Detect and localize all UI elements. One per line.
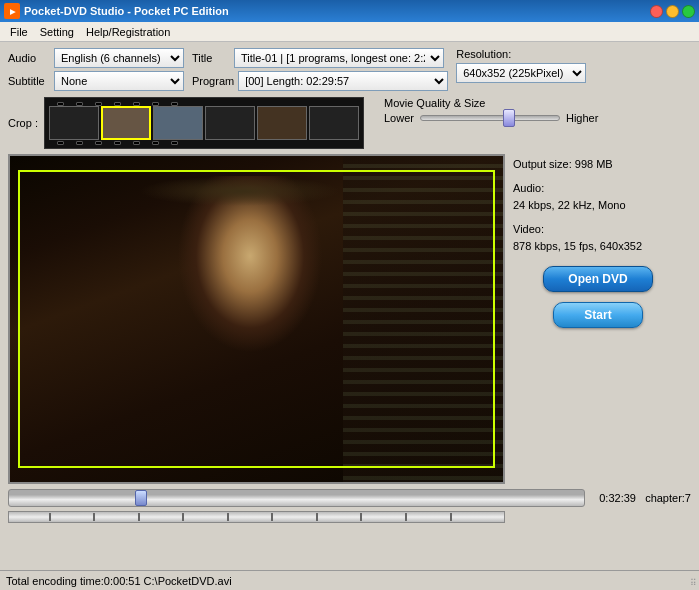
menu-file[interactable]: File [4,24,34,40]
audio-line: Audio English (6 channels) [8,48,184,68]
program-line: Program [00] Length: 02:29:57 [192,71,448,91]
chapter-mark-5 [227,513,229,521]
title-select[interactable]: Title-01 | [1 programs, longest one: 2:2… [234,48,444,68]
chapter-mark-9 [405,513,407,521]
filmstrip [44,97,364,149]
title-label: Title [192,52,230,64]
sprocket-hole [152,141,159,145]
lower-label: Lower [384,112,414,124]
main-content: Audio English (6 channels) Subtitle None… [0,42,699,529]
chapter-mark-3 [138,513,140,521]
seek-bar[interactable] [8,489,585,507]
film-frame-3[interactable] [153,106,203,140]
chapter-mark-4 [182,513,184,521]
title-line: Title Title-01 | [1 programs, longest on… [192,48,448,68]
crop-label: Crop : [8,117,38,129]
film-frame-5[interactable] [257,106,307,140]
chapter-mark-7 [316,513,318,521]
sprocket-hole [152,102,159,106]
sprocket-hole [57,141,64,145]
window-title: Pocket-DVD Studio - Pocket PC Edition [24,5,650,17]
audio-subtitle-group: Audio English (6 channels) Subtitle None [8,48,184,91]
audio-info-label: Audio: [513,180,683,198]
title-program-group: Title Title-01 | [1 programs, longest on… [192,48,448,91]
subtitle-line: Subtitle None [8,71,184,91]
close-button[interactable] [650,5,663,18]
video-content [10,156,503,482]
resolution-label: Resolution: [456,48,516,60]
video-info-label: Video: [513,221,683,239]
sprocket-hole [57,102,64,106]
resize-grip[interactable]: ⠿ [690,578,697,588]
audio-select[interactable]: English (6 channels) [54,48,184,68]
menu-setting[interactable]: Setting [34,24,80,40]
program-label: Program [192,75,234,87]
crop-section: Crop : [8,97,364,149]
chapter-bar[interactable] [8,511,505,523]
chapter-mark-6 [271,513,273,521]
crop-quality-row: Crop : [8,97,691,149]
info-panel: Output size: 998 MB Audio: 24 kbps, 22 k… [513,154,683,484]
output-size-value: 998 MB [575,158,613,170]
film-frame-6[interactable] [309,106,359,140]
video-frame [8,154,505,484]
sprocket-hole [114,141,121,145]
app-icon: ▶ [4,3,20,19]
program-select[interactable]: [00] Length: 02:29:57 [238,71,448,91]
menu-bar: File Setting Help/Registration [0,22,699,42]
quality-section: Movie Quality & Size Lower Higher [384,97,598,124]
audio-label: Audio [8,52,50,64]
menu-help[interactable]: Help/Registration [80,24,176,40]
chapter-mark-2 [93,513,95,521]
output-size-label: Output size: [513,158,572,170]
film-frames [49,106,359,140]
sprocket-hole [171,141,178,145]
chapter-mark-1 [49,513,51,521]
maximize-button[interactable] [682,5,695,18]
resolution-select[interactable]: 640x352 (225kPixel) [456,63,586,83]
window-controls [650,5,695,18]
film-frame-1[interactable] [49,106,99,140]
film-frame-4[interactable] [205,106,255,140]
audio-info-group: Audio: 24 kbps, 22 kHz, Mono [513,180,683,215]
subtitle-label: Subtitle [8,75,50,87]
start-button[interactable]: Start [553,302,643,328]
sprocket-hole [76,102,83,106]
resolution-select-line: 640x352 (225kPixel) [456,63,586,83]
sprocket-bottom [49,140,359,145]
chapter-mark-8 [360,513,362,521]
quality-label: Movie Quality & Size [384,97,598,109]
resolution-group: Resolution: 640x352 (225kPixel) [456,48,586,83]
controls-row: Audio English (6 channels) Subtitle None… [8,48,691,91]
video-info-group: Video: 878 kbps, 15 fps, 640x352 [513,221,683,256]
subtitle-select[interactable]: None [54,71,184,91]
video-inner [10,156,503,482]
sprocket-hole [76,141,83,145]
video-info-wrapper: Output size: 998 MB Audio: 24 kbps, 22 k… [8,154,691,484]
status-text: Total encoding time:0:00:51 C:\PocketDVD… [6,575,232,587]
sprocket-hole [95,141,102,145]
sprocket-hole [133,102,140,106]
higher-label: Higher [566,112,598,124]
seek-row: 0:32:39 chapter:7 [8,489,691,507]
sprocket-hole [95,102,102,106]
seek-time: 0:32:39 chapter:7 [591,492,691,504]
slider-row: Lower Higher [384,112,598,124]
open-dvd-button[interactable]: Open DVD [543,266,653,292]
film-frame-2[interactable] [101,106,151,140]
chapter-mark-10 [450,513,452,521]
title-bar: ▶ Pocket-DVD Studio - Pocket PC Edition [0,0,699,22]
minimize-button[interactable] [666,5,679,18]
sprocket-hole [114,102,121,106]
audio-info-value: 24 kbps, 22 kHz, Mono [513,197,683,215]
chapter-row [8,509,691,523]
resolution-line: Resolution: [456,48,586,60]
seek-thumb[interactable] [135,490,147,506]
status-bar: Total encoding time:0:00:51 C:\PocketDVD… [0,570,699,590]
sprocket-hole [133,141,140,145]
sprocket-hole [171,102,178,106]
output-size-group: Output size: 998 MB [513,156,683,174]
crop-overlay [18,170,495,468]
video-info-value: 878 kbps, 15 fps, 640x352 [513,238,683,256]
quality-slider[interactable] [420,115,560,121]
